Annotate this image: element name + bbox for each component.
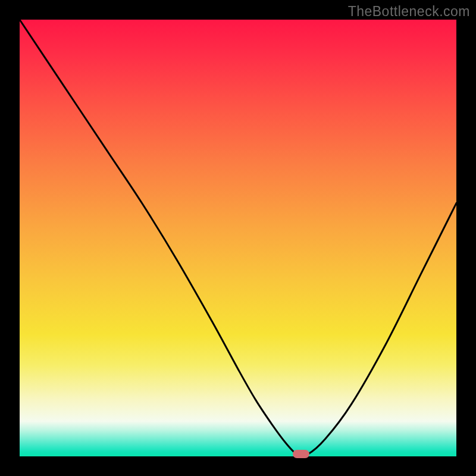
chart-frame: TheBottleneck.com [0, 0, 476, 476]
plot-area [20, 20, 456, 456]
bottleneck-curve-path [20, 20, 456, 456]
optimal-marker [293, 450, 309, 458]
curve-svg [20, 20, 456, 456]
watermark-text: TheBottleneck.com [348, 4, 470, 20]
